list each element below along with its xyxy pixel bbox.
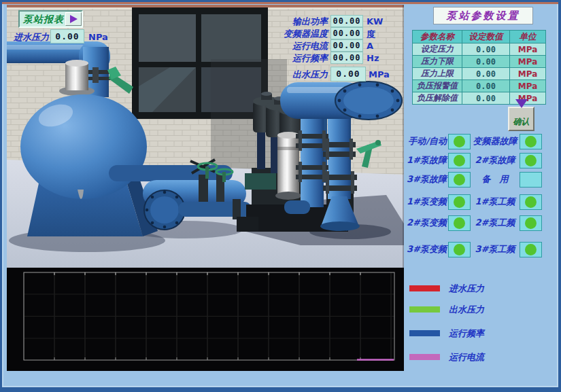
lamp-dot [525, 136, 537, 147]
axis-ticks-bottom [54, 357, 360, 360]
status-label-pump3-fault: 3#泵故障 [399, 174, 447, 184]
run-frequency-unit: Hz [367, 53, 379, 63]
lamp-pump1-vfd [448, 194, 471, 210]
grid-horizontal-lines [24, 294, 394, 338]
lamp-pump2-fault [520, 153, 542, 168]
param-unit: MPa [510, 80, 546, 92]
settings-table-header: 参数名称 设定数值 单位 [413, 31, 546, 43]
hmi-screen: 泵站报表 进水压力 0.00 NPa 输出功率 变频器温度 运行电流 运行频率 … [0, 0, 561, 392]
param-value[interactable]: 0.00 [462, 80, 510, 92]
confirm-button[interactable]: 确认 [508, 107, 534, 131]
top-trim-line [2, 2, 558, 4]
legend-label-inlet-pressure: 进水压力 [449, 283, 484, 295]
status-label-pump1-fault: 1#泵故障 [399, 155, 447, 165]
trend-chart [7, 268, 404, 371]
lamp-dot [525, 155, 537, 166]
legend-label-outlet-pressure: 出水压力 [449, 304, 484, 316]
lamp-spare-empty [520, 172, 542, 188]
discharge-manifold [280, 82, 402, 120]
inlet-pressure-unit: NPa [88, 32, 108, 42]
output-power-value: 00.00 [330, 15, 363, 27]
param-value[interactable]: 0.00 [462, 56, 510, 68]
lamp-pump1-line [520, 194, 542, 210]
param-name: 压力上限 [413, 68, 462, 80]
legend-swatch-run-frequency [409, 330, 440, 336]
run-current-label: 运行电流 [252, 41, 328, 51]
setting-row-pressure-high-limit: 压力上限 0.00 MPa [413, 68, 546, 80]
inverter-temp-value: 00.00 [330, 27, 363, 39]
report-button[interactable]: 泵站报表 [18, 10, 83, 28]
report-button-label: 泵站报表 [23, 14, 64, 26]
param-name: 压力下限 [413, 56, 462, 68]
status-label-pump2-fault: 2#泵故障 [473, 155, 517, 165]
status-label-manual-auto: 手动/自动 [399, 136, 447, 146]
lamp-pump3-vfd [448, 242, 471, 257]
lamp-pump1-fault [448, 153, 471, 168]
trend-chart-plot [7, 268, 404, 371]
param-value[interactable]: 0.00 [462, 43, 510, 56]
setting-row-set-pressure: 设定压力 0.00 MPa [413, 43, 546, 56]
status-label-pump1-vfd: 1#泵变频 [399, 196, 447, 207]
outlet-pressure-label: 出水压力 [279, 69, 328, 79]
run-frequency-label: 运行频率 [252, 53, 328, 63]
output-power-label: 输出功率 [252, 16, 328, 26]
status-label-pump1-line: 1#泵工频 [473, 196, 517, 207]
confirm-button-label: 确认 [509, 116, 533, 128]
legend-swatch-run-current [409, 354, 440, 360]
legend-swatch-inlet-pressure [409, 285, 440, 291]
run-current-unit: A [367, 41, 373, 51]
param-unit: MPa [510, 43, 546, 56]
setting-row-negative-pressure-alarm: 负压报警值 0.00 MPa [413, 80, 546, 92]
outlet-pressure-unit: MPa [369, 69, 390, 79]
axis-ticks-top [54, 272, 360, 275]
param-name: 负压解除值 [413, 92, 462, 105]
setting-row-pressure-low-limit: 压力下限 0.00 MPa [413, 56, 546, 68]
header-unit: 单位 [510, 31, 546, 43]
lamp-dot [454, 174, 465, 185]
pressure-tank [20, 94, 147, 199]
lamp-pump2-vfd [448, 215, 471, 231]
lamp-pump3-fault [448, 172, 471, 188]
param-name: 设定压力 [413, 43, 462, 56]
lamp-manual-auto [448, 134, 471, 149]
pump-station-3d-view: 泵站报表 进水压力 0.00 NPa 输出功率 变频器温度 运行电流 运行频率 … [7, 5, 404, 268]
run-current-value: 00.00 [330, 39, 363, 52]
param-unit: MPa [510, 56, 546, 68]
status-label-pump2-line: 2#泵工频 [473, 217, 517, 228]
inlet-pressure-label: 进水压力 [14, 32, 49, 42]
status-label-pump3-vfd: 3#泵变频 [399, 244, 447, 254]
legend-swatch-outlet-pressure [409, 306, 440, 313]
lamp-inverter-fault [520, 134, 542, 149]
header-param-name: 参数名称 [413, 31, 462, 43]
settings-panel-title: 泵站参数设置 [433, 7, 533, 24]
status-label-inverter-fault: 变频器故障 [473, 136, 517, 146]
lamp-pump2-line [520, 215, 542, 231]
status-label-spare: 备 用 [473, 174, 517, 184]
output-power-unit: KW [367, 16, 383, 26]
lamp-dot [525, 196, 537, 208]
inlet-pressure-value: 0.00 [50, 29, 84, 43]
lamp-dot [454, 136, 465, 147]
lamp-dot [525, 244, 537, 255]
header-set-value: 设定数值 [462, 31, 510, 43]
lamp-dot [454, 244, 465, 255]
param-name: 负压报警值 [413, 80, 462, 92]
run-frequency-value: 00.00 [330, 52, 363, 64]
param-value[interactable]: 0.00 [462, 68, 510, 80]
lamp-pump3-line [520, 242, 542, 257]
legend-label-run-frequency: 运行频率 [449, 327, 484, 340]
status-label-pump3-line: 3#泵工频 [473, 244, 517, 254]
lamp-dot [525, 217, 537, 229]
outlet-pressure-value: 0.00 [330, 67, 366, 82]
lamp-dot [454, 196, 465, 208]
inverter-temp-label: 变频器温度 [252, 29, 328, 39]
legend-label-run-current: 运行电流 [449, 351, 484, 363]
lamp-dot [454, 155, 465, 166]
settings-table: 参数名称 设定数值 单位 设定压力 0.00 MPa 压力下限 0.00 MPa… [412, 30, 546, 105]
lamp-dot [454, 217, 465, 229]
param-unit: MPa [510, 68, 546, 80]
status-label-pump2-vfd: 2#泵变频 [399, 217, 447, 228]
play-triangle-icon[interactable] [65, 12, 82, 26]
param-value[interactable]: 0.00 [462, 92, 510, 105]
inverter-temp-unit: 度 [367, 29, 375, 41]
